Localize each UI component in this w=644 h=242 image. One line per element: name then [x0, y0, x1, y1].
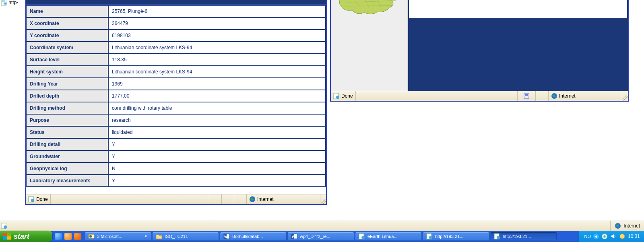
- table-row: Laboratory measurementsY: [27, 175, 325, 186]
- svg-rect-16: [92, 235, 94, 238]
- detail-value: Y: [109, 139, 325, 150]
- table-row: Drilled depth1777.00: [27, 90, 325, 102]
- taskbar-item-label: ISO_TC211: [165, 234, 188, 239]
- svg-point-30: [620, 234, 625, 239]
- detail-value: Lithuanian coordinate system LKS-94: [109, 42, 325, 53]
- internet-zone-icon: [551, 93, 557, 99]
- quicklaunch-firefox-icon[interactable]: [64, 233, 72, 240]
- internet-zone-icon: [249, 196, 256, 202]
- detail-value: 118.35: [109, 54, 325, 65]
- detail-value: 1969: [109, 78, 325, 90]
- detail-value: 1777.00: [109, 90, 325, 102]
- resize-grip[interactable]: [622, 91, 628, 101]
- detail-value: Lithuanian coordinate system LKS-94: [109, 66, 325, 77]
- quicklaunch-ie-icon[interactable]: [55, 233, 62, 240]
- resize-grip[interactable]: [320, 194, 326, 204]
- detail-key: Geophysical log: [27, 163, 108, 174]
- right-status-bar: Done Internet: [331, 91, 628, 101]
- taskbar-item[interactable]: ISO_TC211: [152, 232, 219, 241]
- table-row: Surface level118.35: [27, 54, 325, 65]
- tray-clock[interactable]: 10:31: [628, 234, 640, 239]
- tray-app-icon[interactable]: [619, 233, 625, 240]
- tray-language[interactable]: NO: [584, 234, 591, 239]
- svg-point-15: [89, 235, 92, 238]
- detail-key: Height system: [27, 66, 108, 77]
- quick-launch: [52, 231, 84, 242]
- svg-text:W: W: [292, 235, 295, 239]
- svg-point-12: [4, 225, 7, 229]
- taskbar-item[interactable]: http://193.21...: [423, 232, 489, 241]
- detail-key: Y coordinate: [27, 30, 108, 41]
- svg-point-26: [429, 236, 432, 239]
- table-row: Drilling Year1969: [27, 78, 325, 90]
- iepage-icon: [426, 233, 433, 240]
- detail-table: Name25765, Plungė-6X coordinate364479Y c…: [26, 5, 326, 187]
- word-icon: W: [223, 233, 230, 240]
- outer-status-bar: Internet: [0, 221, 644, 231]
- outer-address-text: http-: [8, 0, 18, 5]
- start-button[interactable]: start: [0, 231, 52, 242]
- page-mode-icon[interactable]: [524, 93, 529, 99]
- outer-status-zone: Internet: [623, 223, 640, 229]
- taskbar: start 3 Microsoft...▼ISO_TC211WBorhullsd…: [0, 231, 644, 242]
- detail-value: 364479: [109, 18, 325, 29]
- ie-page-icon: [28, 196, 35, 202]
- iepage-icon: [359, 233, 365, 240]
- info-pane: [407, 0, 628, 91]
- detail-key: Drilling method: [27, 102, 108, 114]
- right-status-zone: Internet: [559, 93, 576, 99]
- map-window: Done Internet: [330, 0, 629, 102]
- detail-value: research: [109, 115, 325, 126]
- tray-network-icon[interactable]: [601, 233, 608, 240]
- detail-key: Name: [27, 6, 108, 17]
- svg-rect-9: [525, 94, 528, 96]
- start-label: start: [14, 232, 29, 241]
- tray-volume-icon[interactable]: [610, 233, 617, 240]
- detail-value: 25765, Plungė-6: [109, 6, 325, 17]
- detail-key: Status: [27, 127, 108, 138]
- detail-key: Drilling Year: [27, 78, 108, 90]
- table-row: Purposeresearch: [27, 115, 325, 126]
- table-row: Geophysical logN: [27, 163, 325, 174]
- taskbar-item[interactable]: 3 Microsoft...▼: [85, 232, 151, 241]
- map-pane[interactable]: [331, 0, 407, 91]
- taskbar-item-label: wp4_D'4'2_re...: [300, 234, 330, 239]
- detail-key: X coordinate: [27, 18, 108, 29]
- taskbar-item-label: http://193.21...: [503, 234, 531, 239]
- country-outline-icon: [339, 0, 403, 15]
- table-row: Coordinate systemLithuanian coordinate s…: [27, 42, 325, 53]
- table-row: GroundwaterY: [27, 151, 325, 162]
- detail-key: Surface level: [27, 54, 108, 65]
- svg-rect-8: [524, 94, 529, 98]
- left-status-text: Done: [36, 196, 48, 202]
- detail-value: N: [109, 163, 325, 174]
- left-status-bar: Done Internet: [26, 194, 326, 204]
- taskbar-item[interactable]: http://193.21...: [490, 232, 557, 241]
- detail-value: 6198103: [109, 30, 325, 41]
- detail-key: Purpose: [27, 115, 108, 126]
- chevron-down-icon: ▼: [144, 234, 148, 238]
- iepage-icon: [494, 233, 500, 240]
- svg-point-24: [361, 236, 365, 239]
- system-tray: NO ◀ 10:31: [578, 231, 644, 242]
- table-row: X coordinate364479: [27, 18, 325, 29]
- info-inset: [408, 0, 628, 19]
- taskbar-item[interactable]: eEarth Lithua...: [355, 232, 422, 241]
- table-row: Drilling detailY: [27, 139, 325, 150]
- ie-page-icon: [333, 93, 340, 99]
- taskbar-item[interactable]: Wwp4_D'4'2_re...: [287, 232, 354, 241]
- taskbar-item[interactable]: WBorhullsdatab...: [220, 232, 287, 241]
- outlook-icon: [88, 233, 95, 240]
- quicklaunch-media-icon[interactable]: [74, 233, 81, 240]
- svg-point-28: [497, 236, 500, 239]
- ie-page-icon: [1, 0, 7, 6]
- tray-expand-icon[interactable]: ◀: [593, 234, 599, 239]
- taskbar-item-label: Borhullsdatab...: [232, 234, 263, 239]
- detail-value: core drilling with rotary table: [109, 102, 325, 114]
- svg-point-7: [336, 96, 339, 99]
- detail-key: Coordinate system: [27, 42, 108, 53]
- detail-scroll-area[interactable]: Name25765, Plungė-6X coordinate364479Y c…: [26, 5, 326, 195]
- borehole-detail-window: Name25765, Plungė-6X coordinate364479Y c…: [25, 0, 327, 205]
- word-icon: W: [291, 233, 297, 240]
- detail-value: Y: [109, 175, 325, 186]
